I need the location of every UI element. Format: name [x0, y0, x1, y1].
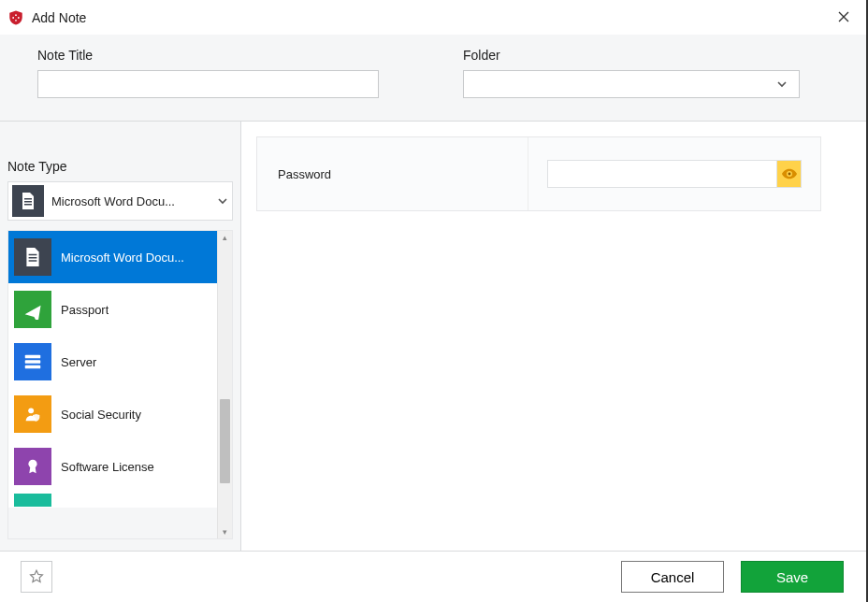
dialog-footer: Cancel Save — [0, 552, 866, 602]
license-icon — [14, 448, 51, 485]
note-title-group: Note Title — [37, 48, 379, 98]
save-button[interactable]: Save — [741, 561, 844, 593]
note-type-item-passport[interactable]: Passport — [8, 283, 217, 336]
note-type-item-word[interactable]: Microsoft Word Docu... — [8, 231, 217, 283]
note-type-item-label: Server — [61, 355, 96, 369]
content-pane: Password — [241, 122, 866, 551]
top-form: Note Title Folder — [0, 35, 866, 122]
document-icon — [14, 238, 51, 276]
server-icon — [14, 343, 51, 380]
star-icon — [28, 568, 45, 585]
note-type-sidebar: Note Type Microsoft Word Docu... Microso… — [0, 122, 241, 551]
note-title-label: Note Title — [37, 48, 379, 63]
svg-rect-0 — [25, 355, 41, 359]
note-type-item-label: Microsoft Word Docu... — [61, 251, 184, 265]
close-icon — [838, 11, 849, 22]
eye-icon — [782, 168, 797, 179]
password-field-card: Password — [256, 136, 821, 211]
plane-icon — [14, 291, 51, 328]
note-type-item-software-license[interactable]: Software License — [8, 440, 217, 493]
cancel-button[interactable]: Cancel — [621, 561, 724, 593]
note-type-scrollbar[interactable]: ▴ ▾ — [217, 231, 232, 538]
svg-point-5 — [788, 173, 790, 176]
app-shield-icon — [7, 9, 24, 26]
scroll-up-icon[interactable]: ▴ — [223, 231, 227, 244]
note-type-item-partial[interactable] — [8, 493, 217, 508]
password-field-label: Password — [257, 137, 528, 210]
scroll-down-icon[interactable]: ▾ — [223, 525, 227, 538]
note-type-item-server[interactable]: Server — [8, 336, 217, 388]
scroll-thumb[interactable] — [220, 399, 230, 483]
titlebar: Add Note — [0, 0, 866, 35]
close-button[interactable] — [832, 6, 855, 29]
note-type-item-label: Social Security — [61, 408, 141, 422]
chevron-down-icon — [776, 79, 788, 90]
svg-rect-1 — [25, 360, 41, 364]
svg-rect-2 — [25, 366, 41, 369]
person-shield-icon — [14, 395, 51, 433]
note-type-item-social-security[interactable]: Social Security — [8, 388, 217, 440]
favorite-button[interactable] — [21, 561, 52, 593]
document-icon — [12, 185, 44, 217]
folder-label: Folder — [463, 48, 800, 63]
note-title-input[interactable] — [37, 70, 379, 98]
note-type-select-label: Microsoft Word Docu... — [51, 194, 213, 208]
note-type-heading: Note Type — [0, 159, 240, 181]
dialog-title: Add Note — [32, 10, 832, 25]
note-type-list: Microsoft Word Docu... Passport Server — [8, 231, 217, 538]
scroll-track[interactable] — [218, 244, 232, 525]
reveal-password-button[interactable] — [777, 160, 802, 188]
folder-group: Folder — [463, 48, 800, 98]
password-input[interactable] — [547, 160, 777, 188]
generic-icon — [14, 494, 51, 507]
note-type-select[interactable]: Microsoft Word Docu... — [7, 181, 233, 221]
folder-select[interactable] — [463, 70, 800, 98]
note-type-item-label: Software License — [61, 460, 154, 474]
svg-point-3 — [28, 408, 34, 413]
note-type-item-label: Passport — [61, 303, 108, 317]
svg-point-4 — [28, 460, 36, 468]
chevron-down-icon — [217, 195, 228, 207]
